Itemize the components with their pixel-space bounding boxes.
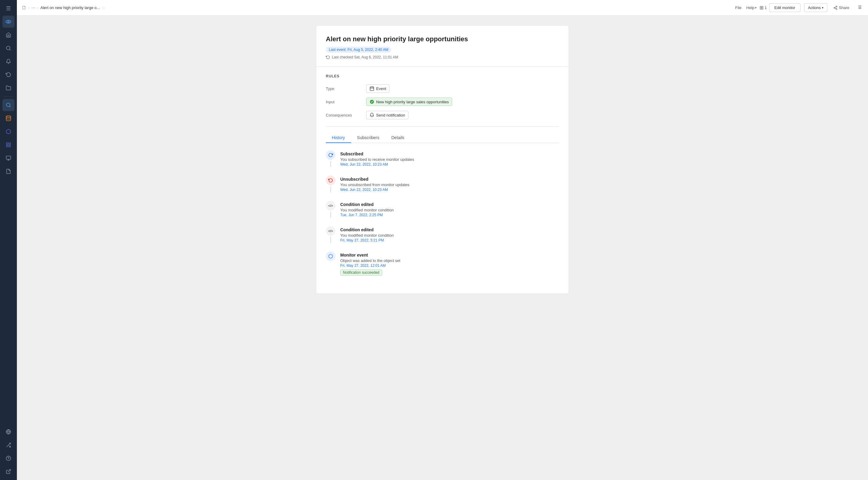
content-area: Alert on new high priority large opportu…	[17, 16, 868, 480]
input-row: Input New high priority large sales oppo…	[326, 98, 559, 106]
main-area: 🗋 › ··· › Alert on new high priority lar…	[17, 0, 868, 480]
screen-icon[interactable]	[2, 152, 14, 164]
svg-rect-8	[9, 143, 10, 144]
svg-point-6	[6, 116, 11, 117]
help-menu-button[interactable]: Help ▾	[744, 4, 758, 11]
input-value: New high priority large sales opportunit…	[366, 98, 452, 106]
history-monitor-event-desc: Object was added to the object set	[340, 259, 559, 263]
tabs-nav: History Subscribers Details	[326, 133, 559, 143]
input-value-text: New high priority large sales opportunit…	[376, 100, 449, 104]
svg-rect-11	[6, 156, 11, 159]
history-subscribed-desc: You subscribed to receive monitor update…	[340, 157, 559, 162]
history-subscribed-date: Wed, Jun 22, 2022, 10:23 AM	[340, 162, 559, 167]
notification-icon	[370, 113, 374, 117]
search2-icon[interactable]	[2, 99, 14, 111]
breadcrumb-more-icon[interactable]: ···	[31, 5, 35, 10]
last-event-badge: Last event: Fri, Aug 5, 2022, 2:40 AM	[326, 47, 391, 53]
history-icon[interactable]	[2, 69, 14, 81]
help-icon[interactable]	[2, 452, 14, 464]
tab-details[interactable]: Details	[385, 133, 410, 143]
cube-icon[interactable]	[2, 126, 14, 138]
history-item-condition2: </> Condition edited You modified monito…	[326, 226, 559, 243]
history-condition1-date: Tue, Jun 7, 2022, 2:25 PM	[340, 213, 559, 217]
svg-rect-10	[6, 145, 8, 147]
home-icon[interactable]	[2, 29, 14, 41]
input-chip: New high priority large sales opportunit…	[366, 98, 452, 106]
edit-monitor-button[interactable]: Edit monitor	[769, 3, 800, 12]
grid-icon[interactable]	[2, 139, 14, 151]
type-value: Event	[366, 84, 390, 93]
topbar-right: Edit monitor Actions ▾ Share	[769, 3, 863, 12]
history-item-unsubscribed: Unsubscribed You unsubscribed from monit…	[326, 176, 559, 193]
type-label: Type	[326, 87, 359, 91]
type-row: Type Event	[326, 84, 559, 93]
monitor-event-icon	[326, 251, 336, 261]
eye-icon[interactable]	[2, 16, 14, 28]
history-monitor-event-title: Monitor event	[340, 253, 559, 258]
files-icon[interactable]	[2, 165, 14, 177]
svg-point-0	[6, 20, 11, 23]
menu-icon[interactable]: ☰	[2, 2, 14, 14]
history-unsubscribed-date: Wed, Jun 22, 2022, 10:23 AM	[340, 187, 559, 192]
svg-line-25	[835, 7, 836, 7]
rules-divider	[316, 67, 569, 67]
last-checked: Last checked Sat, Aug 6, 2022, 11:01 AM	[326, 55, 559, 59]
history-subscribed-title: Subscribed	[340, 151, 559, 156]
history-condition2-date: Fri, May 27, 2022, 5:21 PM	[340, 238, 559, 242]
star-icon[interactable]: ☆	[101, 5, 105, 10]
shuffle-icon[interactable]	[2, 439, 14, 451]
sidebar-divider-1	[4, 96, 13, 97]
svg-point-1	[8, 21, 9, 23]
globe-icon[interactable]	[2, 426, 14, 438]
input-chip-icon	[370, 99, 374, 104]
breadcrumb: 🗋 › ··· › Alert on new high priority lar…	[22, 5, 728, 10]
history-condition2-title: Condition edited	[340, 227, 559, 232]
type-value-text: Event	[376, 87, 386, 91]
actions-chevron-icon: ▾	[822, 6, 824, 9]
external-icon[interactable]	[2, 466, 14, 478]
history-icon-col-condition2: </>	[326, 226, 336, 243]
svg-rect-32	[370, 87, 374, 91]
history-line-condition1	[330, 212, 331, 218]
history-monitor-event-date: Fri, May 27, 2022, 12:01 AM	[340, 264, 559, 268]
consequences-label: Consequences	[326, 113, 359, 117]
consequences-value-text: Send notification	[376, 113, 405, 117]
type-chip: Event	[366, 84, 390, 93]
condition-icon-1: </>	[326, 201, 336, 210]
history-content-condition2: Condition edited You modified monitor co…	[340, 226, 559, 243]
svg-rect-9	[9, 145, 10, 147]
svg-point-36	[370, 100, 374, 104]
history-item-subscribed: Subscribed You subscribed to receive mon…	[326, 150, 559, 167]
list-view-icon	[857, 4, 862, 10]
workspace-badge[interactable]: ⊞ 1	[760, 5, 767, 10]
consequences-chip: Send notification	[366, 111, 408, 119]
history-unsubscribed-title: Unsubscribed	[340, 177, 559, 181]
svg-line-3	[9, 49, 10, 50]
tab-history[interactable]: History	[326, 133, 351, 143]
search-icon[interactable]	[2, 42, 14, 54]
stack-icon[interactable]	[2, 112, 14, 124]
share-button[interactable]: Share	[831, 4, 852, 12]
history-line-condition2	[330, 237, 331, 243]
breadcrumb-home-icon[interactable]: 🗋	[22, 5, 27, 10]
bell-icon[interactable]	[2, 56, 14, 67]
calendar-icon	[370, 86, 374, 91]
consequences-row: Consequences Send notification	[326, 111, 559, 119]
tab-subscribers[interactable]: Subscribers	[351, 133, 385, 143]
history-unsubscribed-desc: You unsubscribed from monitor updates	[340, 182, 559, 187]
svg-line-5	[9, 106, 10, 107]
list-view-button[interactable]	[855, 3, 863, 12]
breadcrumb-sep1: ›	[28, 5, 30, 10]
notification-succeeded-badge: Notification succeeded	[340, 270, 382, 276]
workspace-icon: ⊞	[760, 5, 764, 10]
history-line-subscribed	[330, 161, 331, 167]
history-condition1-desc: You modified monitor condition	[340, 208, 559, 212]
monitor-card: Alert on new high priority large opportu…	[316, 25, 569, 294]
tabs-section: History Subscribers Details	[326, 127, 559, 284]
file-menu-button[interactable]: File	[733, 4, 743, 11]
actions-button[interactable]: Actions ▾	[804, 3, 828, 12]
condition-icon-2: </>	[326, 226, 336, 236]
folder-icon[interactable]	[2, 82, 14, 94]
breadcrumb-sep2: ›	[37, 5, 38, 10]
topbar-file-help: File Help ▾ ⊞ 1	[733, 4, 767, 11]
